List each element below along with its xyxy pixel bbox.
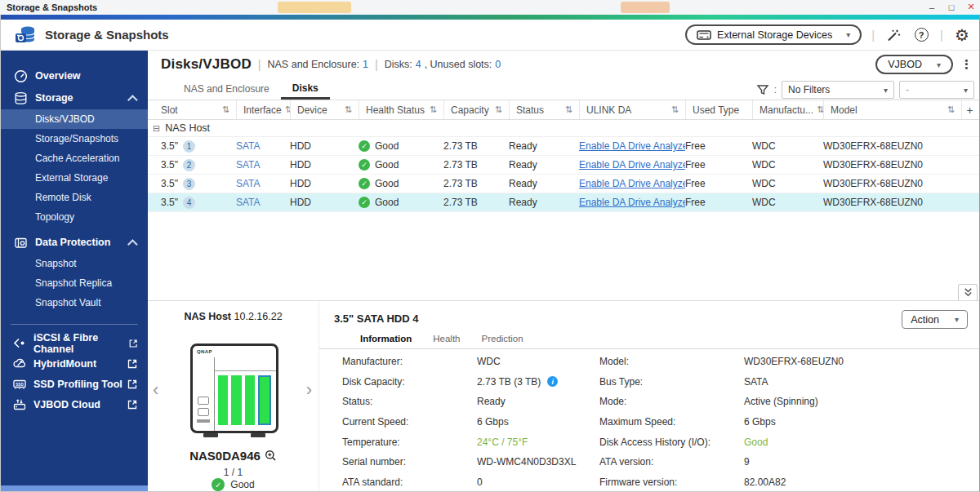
column-slot[interactable]: Slot⇅	[161, 100, 236, 119]
table-row-selected[interactable]: 3.5"4 SATA HDD ✓Good 2.73 TB Ready Enabl…	[148, 193, 979, 212]
sidebar-item-data-protection[interactable]: Data Protection	[1, 232, 148, 253]
sort-icon[interactable]: ⇅	[222, 104, 229, 115]
window-titlebar[interactable]: Storage & Snapshots – □ ✕	[0, 0, 980, 15]
column-health-status[interactable]: Health Status⇅	[359, 100, 443, 119]
previous-device-chevron[interactable]: ‹	[153, 381, 158, 399]
detail-tabs: Information Health Prediction	[360, 334, 523, 344]
column-ulink-da[interactable]: ULINK DA⇅	[579, 100, 685, 119]
field-value: 2.73 TB (3 TB)	[477, 376, 541, 388]
column-manufacturer[interactable]: Manufactu...⇅	[752, 100, 823, 119]
tab-health[interactable]: Health	[433, 334, 460, 344]
sidebar-label: Topology	[35, 211, 74, 223]
sidebar-item-storage-snapshots[interactable]: Storage/Snapshots	[1, 129, 148, 148]
sidebar-item-remote-disk[interactable]: Remote Disk	[1, 188, 148, 207]
status-cell: Ready	[509, 159, 579, 171]
sort-icon[interactable]: ⇅	[495, 104, 502, 115]
collapse-detail-panel-button[interactable]	[958, 284, 978, 300]
sidebar-item-vjbod-cloud[interactable]: VJBOD Cloud	[1, 394, 148, 414]
sidebar-item-cache-acceleration[interactable]: Cache Acceleration	[1, 148, 148, 168]
sidebar-item-iscsi-fibre-channel[interactable]: iSCSI & Fibre Channel	[1, 333, 148, 353]
drive-bay-3[interactable]	[245, 375, 255, 425]
more-options-kebab-icon[interactable]: ⋮	[960, 57, 973, 72]
smart-assistant-wand-icon[interactable]	[884, 26, 902, 44]
column-label: Manufactu...	[760, 104, 813, 116]
sidebar-item-snapshot-vault[interactable]: Snapshot Vault	[1, 293, 148, 312]
tab-information[interactable]: Information	[360, 334, 412, 344]
slot-size: 3.5"	[161, 140, 178, 152]
zoom-in-magnifier-icon[interactable]	[265, 450, 277, 462]
caret-down-icon: ▾	[884, 86, 888, 95]
column-capacity[interactable]: Capacity⇅	[443, 100, 509, 119]
column-device[interactable]: Device⇅	[290, 100, 359, 119]
field-label: Mode:	[599, 396, 744, 407]
manufacturer-cell: WDC	[752, 178, 823, 189]
vjbod-button[interactable]: VJBOD ▾	[875, 55, 953, 74]
sort-icon[interactable]: ⇅	[817, 104, 823, 115]
sidebar-item-hybridmount[interactable]: HybridMount	[1, 353, 148, 374]
nas-usb-button	[198, 408, 209, 416]
drive-bay-4-selected[interactable]	[258, 375, 271, 425]
external-storage-devices-button[interactable]: External Storage Devices ▾	[685, 24, 862, 45]
tab-nas-and-enclosure[interactable]: NAS and Enclosure	[172, 78, 281, 100]
column-model[interactable]: Model⇅	[823, 100, 961, 119]
table-row[interactable]: 3.5"2 SATA HDD ✓Good 2.73 TB Ready Enabl…	[148, 156, 979, 175]
filter-select[interactable]: No Filters ▾	[782, 81, 894, 99]
sidebar-item-ssd-profiling-tool[interactable]: SSD SSD Profiling Tool	[1, 374, 148, 394]
sort-icon[interactable]: ⇅	[430, 104, 437, 115]
column-interface[interactable]: Interface⇅	[236, 100, 290, 119]
enable-da-drive-analyzer-link[interactable]: Enable DA Drive Analyzer	[579, 159, 685, 171]
tab-prediction[interactable]: Prediction	[482, 334, 523, 344]
sidebar-item-disks-vjbod[interactable]: Disks/VJBOD	[1, 109, 148, 129]
enable-da-drive-analyzer-link[interactable]: Enable DA Drive Analyzer	[579, 178, 685, 189]
next-device-chevron[interactable]: ›	[306, 381, 312, 399]
help-icon[interactable]: ?	[912, 26, 930, 44]
column-status[interactable]: Status⇅	[509, 100, 579, 119]
filter-funnel-icon[interactable]	[756, 83, 769, 96]
sidebar-item-external-storage[interactable]: External Storage	[1, 168, 148, 188]
sort-icon[interactable]: ⇅	[947, 104, 955, 115]
sidebar-item-overview[interactable]: Overview	[1, 65, 148, 86]
table-row[interactable]: 3.5"1 SATA HDD ✓Good 2.73 TB Ready Enabl…	[148, 137, 979, 156]
sidebar-label: Snapshot Vault	[35, 297, 101, 308]
sort-icon[interactable]: ⇅	[345, 104, 352, 115]
good-check-icon: ✓	[359, 197, 370, 208]
sidebar-scrollbar[interactable]	[1, 485, 148, 491]
slot-size: 3.5"	[161, 197, 178, 208]
sidebar-label: Storage/Snapshots	[35, 133, 118, 144]
sidebar-item-snapshot[interactable]: Snapshot	[1, 254, 148, 273]
add-column-icon[interactable]: +	[961, 100, 978, 119]
nas-device-illustration[interactable]: QNAP	[190, 344, 278, 433]
summary-label: Disks:	[385, 59, 412, 70]
settings-gear-icon[interactable]: ⚙	[953, 26, 971, 44]
gear-glyph: ⚙	[955, 27, 969, 43]
close-icon[interactable]: ✕	[965, 0, 977, 15]
field-value: 82.00A82	[744, 476, 979, 488]
sidebar-item-topology[interactable]: Topology	[1, 207, 148, 227]
drive-bay-2[interactable]	[231, 375, 241, 425]
sort-icon[interactable]: ⇅	[565, 104, 572, 115]
info-icon[interactable]: i	[547, 376, 558, 387]
action-button[interactable]: Action ▾	[902, 310, 968, 329]
drive-bays	[218, 375, 271, 425]
device-cell: HDD	[290, 140, 359, 152]
health-cell: Good	[375, 159, 399, 171]
tab-disks[interactable]: Disks	[281, 78, 330, 100]
sort-icon[interactable]: ⇅	[671, 104, 679, 115]
enable-da-drive-analyzer-link[interactable]: Enable DA Drive Analyzer	[579, 140, 685, 152]
drive-bay-1[interactable]	[218, 375, 228, 425]
sidebar-item-storage[interactable]: Storage	[1, 87, 148, 109]
column-used-type[interactable]: Used Type	[685, 100, 752, 119]
detail-area: NAS Host 10.2.16.22 ‹ › QNAP	[148, 300, 979, 491]
interface-cell: SATA	[236, 140, 290, 152]
table-row[interactable]: 3.5"3 SATA HDD ✓Good 2.73 TB Ready Enabl…	[148, 175, 979, 193]
maximize-icon[interactable]: □	[946, 0, 957, 15]
enable-da-drive-analyzer-link[interactable]: Enable DA Drive Analyzer	[579, 197, 685, 208]
field-value-io-history: Good	[744, 437, 979, 448]
summary-value: 1	[363, 59, 368, 70]
collapse-group-icon[interactable]: ⊟	[153, 123, 160, 134]
slot-number-badge: 3	[183, 178, 195, 190]
filter-secondary-select[interactable]: - ▾	[899, 81, 974, 99]
sidebar-item-snapshot-replica[interactable]: Snapshot Replica	[1, 273, 148, 293]
capacity-cell: 2.73 TB	[443, 197, 509, 208]
minimize-icon[interactable]: –	[926, 0, 938, 15]
